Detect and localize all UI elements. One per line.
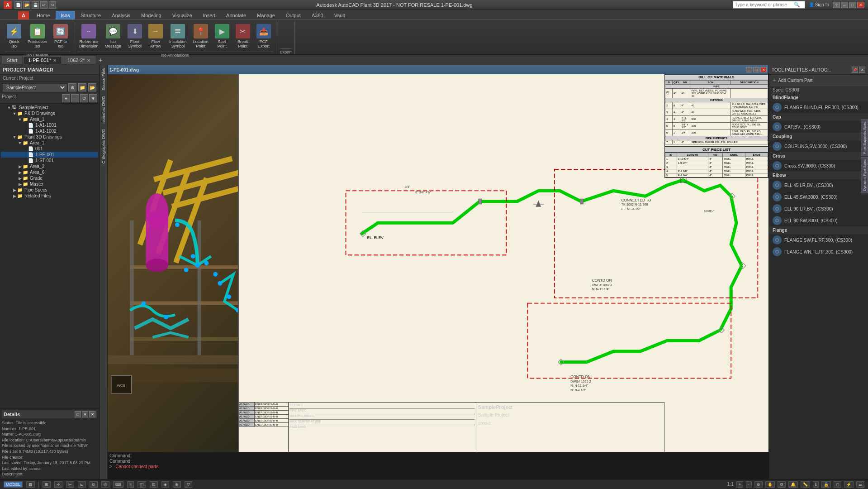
tree-item-1a1-1001[interactable]: 📄 1-A1-1001 <box>1 122 98 128</box>
tab-vault[interactable]: Vault <box>329 11 350 19</box>
quick-iso-btn[interactable]: ⚡ Quick Iso <box>5 23 24 50</box>
drawing-window[interactable]: 1-PE-001.dwg ─ □ ✕ [-][SW Isometric][Sha… <box>108 65 768 452</box>
ell90-sw-item[interactable]: ⬡ ELL 90,SW,3000, (CS300) <box>769 215 868 226</box>
pan-btn[interactable]: ✋ <box>765 481 775 488</box>
tree-item-area1-pid[interactable]: ▼ 📁 Area_1 <box>1 116 98 122</box>
insulation-symbol-btn[interactable]: 〓 Insulation Symbol <box>167 23 189 50</box>
search-input[interactable] <box>735 2 794 7</box>
zoom-out-btn[interactable]: - <box>746 481 752 488</box>
project-browse-btn[interactable]: 📂 <box>88 83 96 91</box>
tree-item-area6[interactable]: ▶ 📁 Area_6 <box>1 169 98 175</box>
project-dropdown[interactable]: SampleProject <box>3 84 66 91</box>
quick-access-redo[interactable]: ↪ <box>49 1 56 9</box>
quick-access-undo[interactable]: ↩ <box>40 1 47 9</box>
tab-annotate[interactable]: Annotate <box>221 11 251 19</box>
flange-blind-item[interactable]: ⬡ FLANGE BLIND,FL,RF,300, (CS300) <box>769 101 868 113</box>
tab-modeling[interactable]: Modeling <box>136 11 166 19</box>
iso-message-btn[interactable]: 💬 Iso Message <box>103 23 124 50</box>
dynamic-input-btn[interactable]: ⌨ <box>113 481 123 488</box>
tree-item-001[interactable]: 📄 001 <box>1 146 98 152</box>
palettes-pin-btn[interactable]: 📌 <box>852 67 858 73</box>
palettes-close-btn[interactable]: ✕ <box>859 67 865 73</box>
ell45-lr-bv-item[interactable]: ⬡ ELL 45 LR,BV., (CS300) <box>769 179 868 191</box>
tab-a360[interactable]: A360 <box>307 11 328 19</box>
break-point-btn[interactable]: ✂ Break Point <box>233 23 252 50</box>
toolbar-expand-btn[interactable]: + <box>62 94 70 102</box>
coupling-item[interactable]: ⬡ COUPLING,SW,3000, (CS300) <box>769 140 868 152</box>
customization-btn[interactable]: ☰ <box>856 481 864 488</box>
cross-item[interactable]: ⬡ Cross,SW,3000, (CS300) <box>769 160 868 172</box>
tab-1pe001[interactable]: 1-PE-001* ✕ <box>23 56 62 64</box>
hardware-accel-btn[interactable]: ⚡ <box>844 481 854 488</box>
inner-restore-btn[interactable]: □ <box>753 67 759 72</box>
object-tracking-btn[interactable]: ◎ <box>101 481 109 488</box>
tab-structure[interactable]: Structure <box>76 11 106 19</box>
inner-minimize-btn[interactable]: ─ <box>746 67 752 72</box>
details-collapse-btn[interactable]: ▼ <box>82 411 88 417</box>
app-menu-btn[interactable]: A <box>18 11 29 19</box>
nav-wheel-btn[interactable]: ⊚ <box>754 481 763 488</box>
isolation-btn[interactable]: ◻ <box>834 481 841 488</box>
tab-insert[interactable]: Insert <box>198 11 221 19</box>
toolbar-refresh-btn[interactable]: ↺ <box>80 94 88 102</box>
tree-item-pipe-specs[interactable]: ▶ 📁 Pipe Specs <box>1 187 98 193</box>
selection-filter-btn[interactable]: ▽ <box>185 481 192 488</box>
grid-display-btn[interactable]: ⊞ <box>43 481 51 488</box>
dynamic-ucs-btn[interactable]: ⊕ <box>173 481 181 488</box>
object-snap-btn[interactable]: ⊙ <box>90 481 98 488</box>
minimize-btn[interactable]: ─ <box>841 2 848 8</box>
isometric-dwg-tab[interactable]: Isometric DWG <box>100 93 107 126</box>
snap-btn[interactable]: ✛ <box>54 481 62 488</box>
ell90-lr-bv-item[interactable]: ⬡ ELL 90 LR,BV., (CS300) <box>769 203 868 215</box>
tree-item-master[interactable]: ▶ 📁 Master <box>1 181 98 187</box>
tree-item-area2[interactable]: ▶ 📁 Area_2 <box>1 163 98 169</box>
cap-item[interactable]: ⬡ CAP,BV., (CS300) <box>769 121 868 133</box>
search-box[interactable]: 🔍 <box>733 1 805 9</box>
tab-1062-2[interactable]: 1062-2* ✕ <box>62 56 95 64</box>
floor-symbol-btn[interactable]: ⬇ Floor Symbol <box>125 23 144 50</box>
lock-ui-btn[interactable]: 🔒 <box>821 481 831 488</box>
dynamic-pipe-spec-tab[interactable]: Dynamic Pipe Spec <box>861 157 868 193</box>
tree-item-1st001[interactable]: 📄 1-ST-001 <box>1 158 98 163</box>
zoom-in-btn[interactable]: + <box>736 481 743 488</box>
flow-arrow-btn[interactable]: → Flow Arrow <box>146 23 165 50</box>
transparency-btn[interactable]: ◫ <box>138 481 146 488</box>
model-btn[interactable]: MODEL <box>4 481 23 488</box>
units-btn[interactable]: 📏 <box>801 481 810 488</box>
project-settings-btn[interactable]: ⚙ <box>68 83 76 91</box>
ortho-btn[interactable]: ⊢ <box>66 481 74 488</box>
flange-sw-item[interactable]: ⬡ FLANGE SW,FL,RF,300, (CS300) <box>769 234 868 246</box>
layout1-btn[interactable]: ▦ <box>26 481 35 488</box>
tab-output[interactable]: Output <box>281 11 306 19</box>
details-expand-btn[interactable]: □ <box>75 411 81 417</box>
add-custom-part-btn[interactable]: + Add Custom Part <box>769 75 868 86</box>
tree-item-related-files[interactable]: ▶ 📁 Related Files <box>1 193 98 199</box>
orthographic-dwg-tab[interactable]: Orthographic DWG <box>100 126 107 167</box>
help-btn[interactable]: ? <box>833 2 840 8</box>
tree-item-sampleproject[interactable]: ▼ 🏗 SampleProject <box>1 105 98 110</box>
inner-close-btn[interactable]: ✕ <box>760 67 767 72</box>
toolbar-collapse-btn[interactable]: - <box>71 94 79 102</box>
tree-item-plant3d-drawings[interactable]: ▼ 📁 Plant 3D Drawings <box>1 134 98 140</box>
tab-add[interactable]: + <box>96 56 105 65</box>
workspace-btn[interactable]: ⚙ <box>778 481 786 488</box>
polar-btn[interactable]: ⊾ <box>78 481 86 488</box>
toolbar-more-btn[interactable]: ▼ <box>89 94 97 102</box>
signin-btn[interactable]: 👤 Sign In <box>809 2 829 7</box>
ell45-sw-item[interactable]: ⬡ ELL 45,SW,3000, (CS300) <box>769 191 868 203</box>
tree-item-pid-drawings[interactable]: ▼ 📁 P&ID Drawings <box>1 110 98 116</box>
tab-home[interactable]: Home <box>32 11 55 19</box>
flange-wn-item[interactable]: ⬡ FLANGE WN,FL,RF,300, (CS300) <box>769 246 868 258</box>
pcf-to-iso-btn[interactable]: 🔄 PCF to Iso <box>51 23 70 50</box>
tab-close-1062-2[interactable]: ✕ <box>87 58 90 63</box>
3d-object-snap-btn[interactable]: ◈ <box>161 481 169 488</box>
location-point-btn[interactable]: 📍 Location Point <box>191 23 211 50</box>
tree-item-1pe001[interactable]: 📄 1-PE-001 <box>1 152 98 158</box>
pipe-supports-spec-tab[interactable]: Pipe Supports Spec <box>861 120 868 156</box>
tab-manage[interactable]: Manage <box>252 11 280 19</box>
tree-item-area1-3d[interactable]: ▼ 📁 Area_1 <box>1 140 98 146</box>
ortho-view[interactable]: CONNECTED TO TK-1002-N-11 300 EL. NE-4 1… <box>239 74 768 452</box>
start-point-btn[interactable]: ▶ Start Point <box>213 23 232 50</box>
tab-isos[interactable]: Isos <box>56 11 75 19</box>
quick-access-open[interactable]: 📂 <box>23 1 30 9</box>
